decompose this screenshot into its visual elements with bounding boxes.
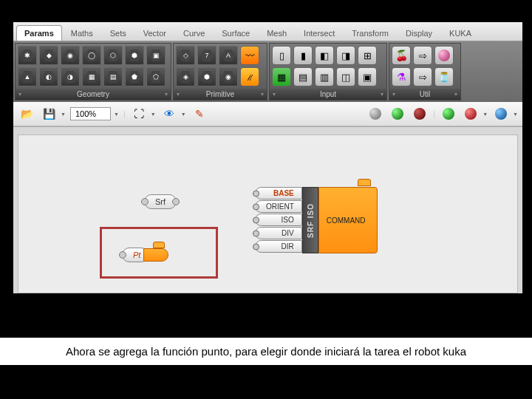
shade-dropdown[interactable]: ▼ <box>482 112 488 117</box>
output-label: COMMAND <box>327 216 366 225</box>
shade-sphere-green[interactable] <box>440 105 457 123</box>
slide-frame: Params Maths Sets Vector Curve Surface M… <box>0 0 532 399</box>
tab-vector[interactable]: Vector <box>135 25 174 41</box>
tab-curve[interactable]: Curve <box>175 25 213 41</box>
zoom-extents-dropdown[interactable]: ▼ <box>151 112 156 117</box>
tab-sets[interactable]: Sets <box>102 25 134 41</box>
shade-sphere-red[interactable] <box>462 105 480 123</box>
prim-icon[interactable]: 〰 <box>240 46 259 65</box>
ribbon-label-primitive[interactable]: Primitive <box>174 89 267 100</box>
ribbon-group-util: 🍒 ⇨ ⚗ ⇨ 🫙 Util <box>389 43 461 100</box>
geom-icon[interactable]: ◆ <box>39 46 58 65</box>
input-icon[interactable]: ▯ <box>272 46 291 65</box>
input-icon[interactable]: ▥ <box>315 67 334 86</box>
input-icon[interactable]: ▦ <box>272 67 291 86</box>
wire-sphere[interactable] <box>492 105 510 123</box>
preview-sphere-green[interactable] <box>389 105 406 123</box>
geom-icon[interactable]: ⬡ <box>103 46 123 65</box>
srf-node[interactable]: Srf <box>144 194 177 209</box>
sketch-button[interactable]: ✎ <box>191 105 208 123</box>
input-icon[interactable]: ▣ <box>358 67 377 86</box>
prim-icon[interactable]: ◈ <box>176 67 195 86</box>
input-icon[interactable]: ◧ <box>315 46 334 65</box>
geom-icon[interactable]: ✱ <box>18 46 37 65</box>
pt-node[interactable]: Pt <box>122 248 149 262</box>
geom-icon[interactable]: ▲ <box>18 67 37 86</box>
input-orient[interactable]: ORIENT <box>255 200 302 213</box>
tab-maths[interactable]: Maths <box>63 25 101 41</box>
prim-icon[interactable]: ◉ <box>219 67 238 86</box>
util-icon-ball[interactable] <box>434 46 454 65</box>
ribbon-label-text: Primitive <box>206 90 234 98</box>
geometry-icons: ✱ ◆ ◉ ◯ ⬡ ⬢ ▣ ▲ ◐ ◑ ▦ ▤ ⬟ ⬠ <box>16 44 171 89</box>
prim-icon[interactable]: 7 <box>197 46 216 65</box>
srf-iso-node[interactable]: BASE ORIENT ISO DIV DIR SRF ISO COMMAND <box>255 187 378 253</box>
geom-icon[interactable]: ⬟ <box>125 67 144 86</box>
ribbon: ✱ ◆ ◉ ◯ ⬡ ⬢ ▣ ▲ ◐ ◑ ▦ ▤ ⬟ ⬠ Geometry <box>13 41 522 102</box>
util-icon-flask[interactable]: ⚗ <box>392 67 411 86</box>
tab-surface[interactable]: Surface <box>214 25 258 41</box>
zoom-extents-button[interactable]: ⛶ <box>130 105 148 123</box>
preview-sphere-grey[interactable] <box>366 105 384 123</box>
geom-icon[interactable]: ▤ <box>103 67 123 86</box>
slide-caption: Ahora se agrega la función punto, para e… <box>0 338 532 365</box>
geom-icon[interactable]: ◯ <box>82 46 101 65</box>
tab-display[interactable]: Display <box>398 25 440 41</box>
ribbon-label-text: Geometry <box>77 90 109 98</box>
pt-output-grip[interactable] <box>143 248 168 262</box>
preview-sphere-red[interactable] <box>411 105 429 123</box>
input-iso[interactable]: ISO <box>255 214 302 226</box>
ribbon-label-geometry[interactable]: Geometry <box>16 89 171 100</box>
geom-icon[interactable]: ◐ <box>39 67 58 86</box>
open-button[interactable]: 📂 <box>18 105 35 123</box>
view-dropdown[interactable]: ▼ <box>181 112 186 117</box>
ribbon-group-geometry: ✱ ◆ ◉ ◯ ⬡ ⬢ ▣ ▲ ◐ ◑ ▦ ▤ ⬟ ⬠ Geometry <box>15 43 171 100</box>
zoom-field[interactable]: 100% <box>70 107 111 120</box>
prim-icon[interactable]: ⬢ <box>197 67 216 86</box>
geom-icon[interactable]: ▦ <box>82 67 101 86</box>
view-button[interactable]: 👁 <box>160 105 178 123</box>
util-icon-arrow[interactable]: ⇨ <box>413 67 432 86</box>
ribbon-label-util[interactable]: Util <box>389 89 460 100</box>
input-dir[interactable]: DIR <box>255 240 302 253</box>
pt-label: Pt <box>133 250 140 259</box>
input-icon[interactable]: ▤ <box>293 67 313 86</box>
input-icon[interactable]: ◫ <box>336 67 355 86</box>
input-base[interactable]: BASE <box>255 187 302 200</box>
util-icon-jar[interactable]: 🫙 <box>434 67 454 86</box>
canvas-inner[interactable]: Srf Pt BASE <box>18 134 518 293</box>
save-button[interactable]: 💾 <box>40 105 58 123</box>
tab-params[interactable]: Params <box>16 25 62 41</box>
input-icons: ▯ ▮ ◧ ◨ ⊞ ▦ ▤ ▥ ◫ ▣ <box>270 44 386 89</box>
geom-icon[interactable]: ◑ <box>61 67 80 86</box>
wire-dropdown[interactable]: ▼ <box>513 112 518 117</box>
canvas[interactable]: Srf Pt BASE <box>13 126 522 293</box>
tab-kuka[interactable]: KUKA <box>441 25 480 41</box>
util-icon-arrow[interactable]: ⇨ <box>413 46 432 65</box>
geom-icon[interactable]: ▣ <box>146 46 166 65</box>
tab-mesh[interactable]: Mesh <box>259 25 295 41</box>
save-dropdown[interactable]: ▼ <box>61 112 66 117</box>
node-name-bar[interactable]: SRF ISO <box>302 187 318 253</box>
output-command[interactable]: COMMAND <box>318 187 378 253</box>
util-icon-cherry[interactable]: 🍒 <box>392 46 411 65</box>
prim-icon[interactable]: ◇ <box>176 46 195 65</box>
geom-icon[interactable]: ◉ <box>61 46 80 65</box>
prim-icon[interactable]: ⫽ <box>240 67 259 86</box>
input-icon[interactable]: ▮ <box>293 46 313 65</box>
input-icon[interactable]: ⊞ <box>358 46 377 65</box>
input-icon[interactable]: ◨ <box>336 46 355 65</box>
geom-icon[interactable]: ⬢ <box>125 46 144 65</box>
geom-icon[interactable]: ⬠ <box>146 67 166 86</box>
input-div[interactable]: DIV <box>255 227 302 239</box>
prim-icon[interactable]: A <box>219 46 238 65</box>
tab-intersect[interactable]: Intersect <box>296 25 343 41</box>
ribbon-label-input[interactable]: Input <box>270 89 386 100</box>
tab-transform[interactable]: Transform <box>344 25 397 41</box>
srf-capsule[interactable]: Srf <box>144 194 177 209</box>
ribbon-label-text: Util <box>420 90 430 98</box>
zoom-dropdown[interactable]: ▼ <box>114 112 119 117</box>
ribbon-group-primitive: ◇ 7 A 〰 ◈ ⬢ ◉ ⫽ Primitive <box>173 43 267 100</box>
pt-capsule[interactable]: Pt <box>122 248 149 262</box>
pt-flag <box>153 242 165 248</box>
